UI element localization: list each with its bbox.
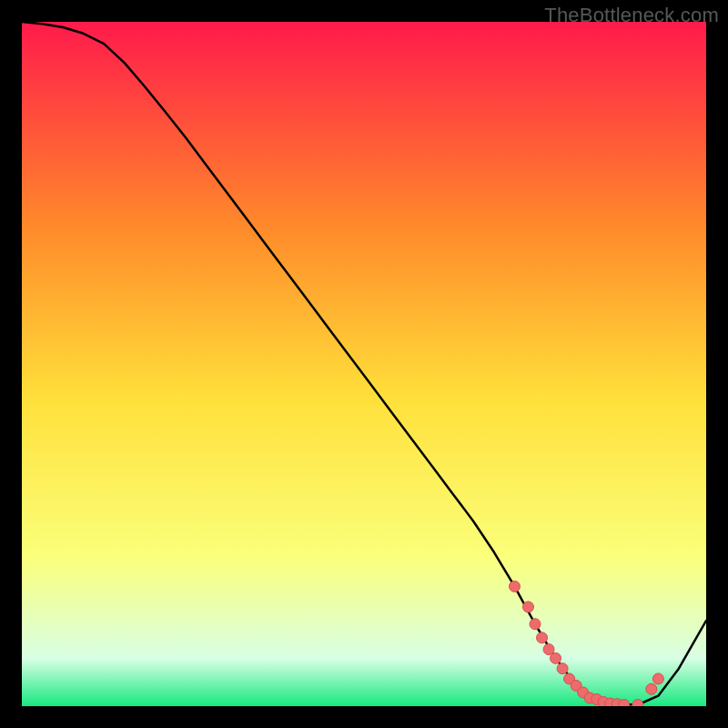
- marker-dot: [652, 673, 663, 684]
- chart-container: TheBottleneck.com: [0, 0, 728, 728]
- plot-area: [22, 22, 706, 706]
- chart-svg: [22, 22, 706, 706]
- gradient-bg: [22, 22, 706, 706]
- marker-dot: [522, 602, 533, 612]
- marker-dot: [646, 683, 657, 694]
- marker-dot: [557, 663, 568, 674]
- marker-dot: [619, 700, 630, 707]
- marker-dot: [551, 652, 561, 663]
- marker-dot: [632, 700, 643, 707]
- marker-dot: [530, 619, 541, 630]
- marker-dot: [509, 581, 520, 592]
- marker-dot: [537, 632, 548, 643]
